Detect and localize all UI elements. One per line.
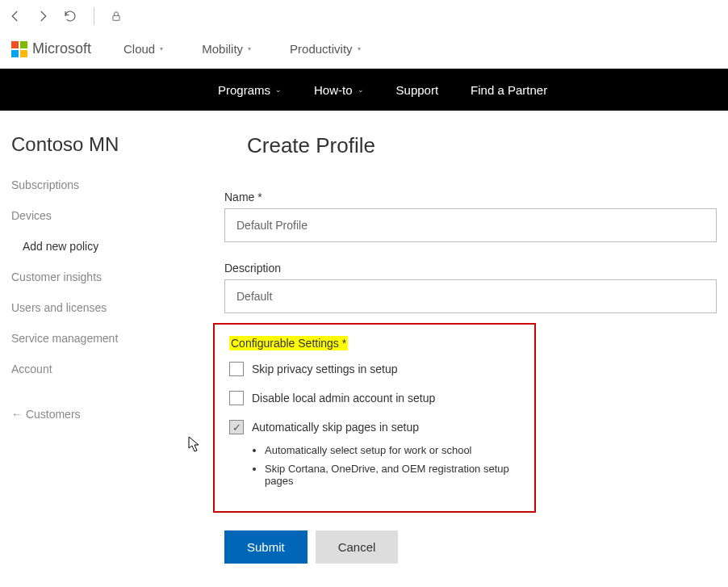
nav-howto[interactable]: How-to ⌄	[314, 83, 364, 97]
submit-button[interactable]: Submit	[224, 530, 308, 564]
brand-name: Microsoft	[32, 40, 91, 57]
checkbox-skip-privacy[interactable]	[229, 362, 244, 376]
back-icon[interactable]	[8, 9, 23, 23]
description-select[interactable]: Default	[224, 279, 717, 313]
content-area: Create Profile Name * Description Defaul…	[210, 133, 728, 564]
name-label: Name *	[224, 191, 717, 203]
topnav-productivity[interactable]: Productivity ▾	[290, 42, 361, 56]
org-title: Contoso MN	[11, 133, 210, 156]
primary-nav: Programs ⌄ How-to ⌄ Support Find a Partn…	[0, 69, 728, 111]
sidebar-subscriptions[interactable]: Subscriptions	[11, 178, 210, 191]
nav-support[interactable]: Support	[396, 83, 439, 97]
bullet-item: Skip Cortana, OneDrive, and OEM registra…	[265, 463, 520, 487]
chevron-down-icon: ⌄	[358, 86, 364, 94]
sidebar-customer-insights[interactable]: Customer insights	[11, 270, 210, 283]
sidebar-service-management[interactable]: Service management	[11, 332, 210, 345]
forward-icon[interactable]	[36, 9, 50, 23]
checkbox-disable-admin[interactable]	[229, 391, 244, 405]
toolbar-divider	[94, 7, 94, 25]
chevron-down-icon: ▾	[160, 45, 163, 52]
nav-programs[interactable]: Programs ⌄	[218, 83, 282, 97]
check-skip-privacy: Skip privacy settings in setup	[229, 362, 520, 376]
back-to-customers[interactable]: ← Customers	[11, 408, 210, 421]
form-actions: Submit Cancel	[224, 530, 717, 564]
chevron-down-icon: ▾	[358, 45, 361, 52]
ms-brand[interactable]: Microsoft	[11, 40, 91, 57]
cancel-button[interactable]: Cancel	[316, 530, 399, 564]
checkbox-label: Skip privacy settings in setup	[252, 363, 398, 375]
checkbox-label: Disable local admin account in setup	[252, 392, 435, 405]
svg-rect-0	[113, 15, 119, 20]
check-disable-admin: Disable local admin account in setup	[229, 391, 520, 405]
bullet-item: Automatically select setup for work or s…	[265, 444, 520, 456]
topnav-label: Cloud	[123, 42, 155, 56]
checkbox-label: Automatically skip pages in setup	[252, 421, 419, 434]
checkbox-auto-skip[interactable]	[229, 420, 244, 434]
top-nav: Cloud ▾ Mobility ▾ Productivity ▾	[123, 42, 361, 56]
configurable-settings-box: Configurable Settings * Skip privacy set…	[213, 323, 536, 513]
sidebar: Contoso MN Subscriptions Devices Add new…	[0, 133, 210, 564]
microsoft-logo-icon	[11, 41, 27, 57]
topnav-label: Productivity	[290, 42, 353, 56]
description-label: Description	[224, 262, 717, 275]
topnav-cloud[interactable]: Cloud ▾	[123, 42, 163, 56]
description-value: Default	[236, 290, 272, 303]
cursor-icon	[187, 435, 202, 453]
auto-skip-details: Automatically select setup for work or s…	[265, 444, 520, 487]
nav-find-partner[interactable]: Find a Partner	[471, 83, 547, 97]
lock-icon	[111, 10, 122, 22]
nav-label: Support	[396, 83, 439, 97]
topnav-label: Mobility	[202, 42, 243, 56]
name-input[interactable]	[224, 208, 717, 242]
page-title: Create Profile	[247, 133, 717, 158]
chevron-down-icon: ▾	[248, 45, 251, 52]
ms-header: Microsoft Cloud ▾ Mobility ▾ Productivit…	[0, 32, 728, 69]
browser-toolbar	[0, 0, 728, 32]
main-content: Contoso MN Subscriptions Devices Add new…	[0, 111, 728, 564]
topnav-mobility[interactable]: Mobility ▾	[202, 42, 251, 56]
nav-label: Programs	[218, 83, 270, 97]
sidebar-devices[interactable]: Devices	[11, 209, 210, 222]
sidebar-account[interactable]: Account	[11, 363, 210, 375]
nav-label: How-to	[314, 83, 353, 97]
sidebar-users-licenses[interactable]: Users and licenses	[11, 301, 210, 314]
nav-label: Find a Partner	[471, 83, 547, 97]
refresh-icon[interactable]	[63, 9, 77, 23]
sidebar-add-new-policy[interactable]: Add new policy	[23, 240, 210, 253]
chevron-down-icon: ⌄	[275, 86, 282, 94]
settings-header: Configurable Settings *	[229, 336, 348, 350]
check-auto-skip: Automatically skip pages in setup	[229, 420, 520, 434]
